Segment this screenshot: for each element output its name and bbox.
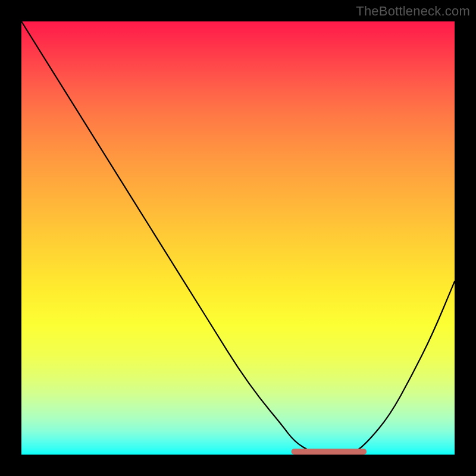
chart-svg <box>21 21 455 455</box>
watermark-text: TheBottleneck.com <box>356 4 470 19</box>
bottleneck-curve <box>21 21 455 455</box>
chart-frame: TheBottleneck.com <box>0 0 476 476</box>
plot-area <box>21 21 455 455</box>
